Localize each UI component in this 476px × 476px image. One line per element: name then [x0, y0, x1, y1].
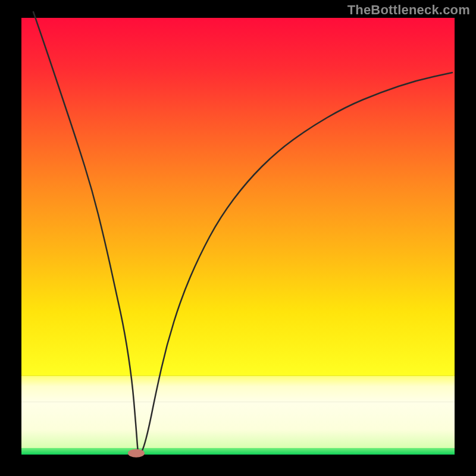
band-green: [21, 448, 455, 455]
band-red-orange: [21, 18, 455, 376]
band-pale-yellow: [21, 402, 455, 448]
bottleneck-chart: [0, 0, 476, 476]
band-white: [21, 376, 455, 402]
optimal-marker: [128, 449, 145, 458]
outer-frame: TheBottleneck.com: [0, 0, 476, 476]
watermark-text: TheBottleneck.com: [347, 2, 470, 18]
